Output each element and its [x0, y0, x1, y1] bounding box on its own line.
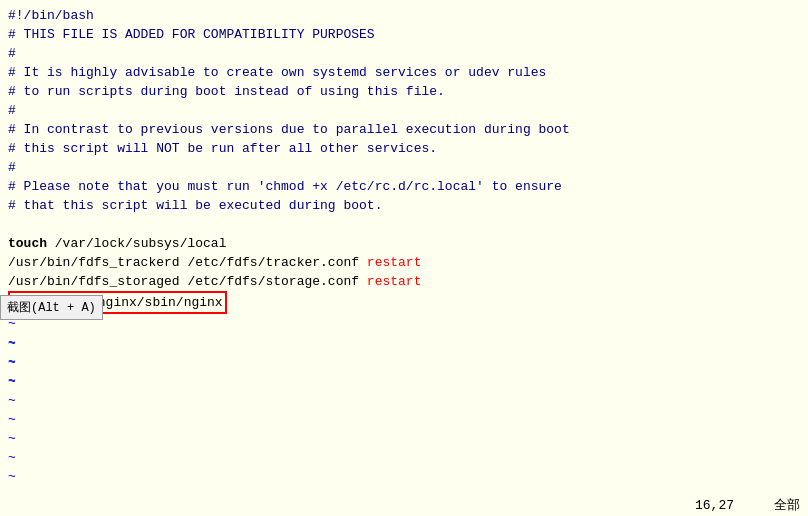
line-trackerd: /usr/bin/fdfs_trackerd /etc/fdfs/tracker…	[8, 253, 800, 272]
tilde-group-2: ~ ~ ~ ~ ~ ~ ~ ~ ~ ~	[8, 334, 16, 516]
line-6: #	[8, 101, 800, 120]
line-10: # Please note that you must run 'chmod +…	[8, 177, 800, 196]
tilde-3: ~	[8, 352, 800, 371]
tilde-4: ~	[8, 371, 800, 390]
tooltip-text: 截图(Alt + A)	[7, 301, 96, 315]
line-touch: touch /var/lock/subsys/local	[8, 234, 800, 253]
line-1: #!/bin/bash	[8, 6, 800, 25]
line-5: # to run scripts during boot instead of …	[8, 82, 800, 101]
tilde-11: ~	[8, 448, 16, 467]
editor-container: #!/bin/bash # THIS FILE IS ADDED FOR COM…	[0, 0, 808, 516]
tilde-8: ~	[8, 391, 16, 410]
tilde-1: ~	[8, 314, 800, 333]
status-bar: 16,27 全部	[0, 494, 808, 516]
tilde-12: ~	[8, 467, 16, 486]
line-3: #	[8, 44, 800, 63]
status-mode: 全部	[774, 496, 800, 514]
line-storaged: /usr/bin/fdfs_storaged /etc/fdfs/storage…	[8, 272, 800, 291]
cursor-position: 16,27	[695, 498, 734, 513]
code-content: #!/bin/bash # THIS FILE IS ADDED FOR COM…	[8, 6, 800, 390]
line-7: # In contrast to previous versions due t…	[8, 120, 800, 139]
line-9: #	[8, 158, 800, 177]
tilde-7: ~	[8, 372, 16, 391]
line-8: # this script will NOT be run after all …	[8, 139, 800, 158]
tilde-5: ~	[8, 334, 16, 353]
tilde-2: ~	[8, 333, 800, 352]
line-11: # that this script will be executed duri…	[8, 196, 800, 215]
line-nginx: /usr/local/nginx/sbin/nginx	[8, 291, 800, 314]
tilde-6: ~	[8, 353, 16, 372]
tooltip[interactable]: 截图(Alt + A)	[0, 295, 103, 320]
line-blank	[8, 215, 800, 234]
tilde-9: ~	[8, 410, 16, 429]
tilde-10: ~	[8, 429, 16, 448]
line-2: # THIS FILE IS ADDED FOR COMPATIBILITY P…	[8, 25, 800, 44]
line-4: # It is highly advisable to create own s…	[8, 63, 800, 82]
